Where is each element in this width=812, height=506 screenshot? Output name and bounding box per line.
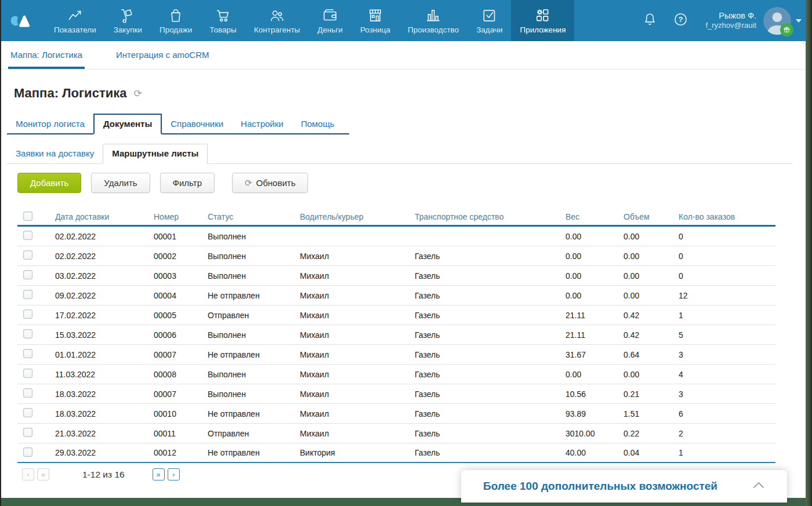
- question-icon: ?: [673, 12, 688, 30]
- cell-orders: 0: [679, 271, 775, 281]
- nav-item-apps[interactable]: Приложения: [511, 0, 574, 41]
- dolly-icon: [119, 8, 136, 24]
- cell-driver: Михаил: [300, 271, 415, 281]
- page-prev-button[interactable]: ‹: [22, 468, 34, 480]
- app-tab-mappa-logistics[interactable]: Маппа: Логистика: [8, 41, 85, 69]
- refresh-button[interactable]: ⟳ Обновить: [232, 173, 309, 193]
- nav-item-purchases[interactable]: Закупки: [105, 0, 151, 41]
- cell-number: 00003: [154, 271, 208, 281]
- row-checkbox[interactable]: [23, 447, 32, 457]
- nav-item-tasks[interactable]: Задачи: [467, 0, 511, 41]
- row-checkbox[interactable]: [23, 329, 32, 338]
- header-right-cluster: ? Рыжов Ф. f_ryzhov@rauit: [635, 0, 802, 41]
- row-checkbox[interactable]: [23, 428, 32, 437]
- nav-item-money[interactable]: Деньги: [309, 0, 351, 41]
- column-header-status[interactable]: Статус: [208, 212, 300, 221]
- moysklad-logo-icon: [9, 10, 36, 31]
- tab-documents[interactable]: Документы: [93, 114, 162, 134]
- bell-icon: [642, 12, 658, 30]
- chevron-down-icon[interactable]: [796, 19, 802, 23]
- page-last-button[interactable]: »: [153, 468, 165, 480]
- row-checkbox[interactable]: [23, 270, 32, 279]
- cell-vehicle: Газель: [415, 350, 566, 359]
- cell-date: 02.02.2022: [55, 252, 154, 261]
- app-tab-amocrm[interactable]: Интеграция с amoCRM: [114, 41, 212, 69]
- refresh-icon[interactable]: ⟳: [133, 88, 142, 100]
- table-row[interactable]: 29.03.202200012Не отправленВикторияГазел…: [17, 443, 775, 463]
- nav-item-indicators[interactable]: Показатели: [45, 0, 105, 41]
- svg-text:?: ?: [679, 15, 683, 24]
- page-first-button[interactable]: «: [37, 468, 49, 480]
- cell-vehicle: Газель: [415, 252, 566, 261]
- row-checkbox[interactable]: [23, 388, 32, 398]
- column-header-driver[interactable]: Водитель/курьер: [300, 212, 415, 221]
- table-row[interactable]: 11.03.202200008ВыполненМихаилГазель0.000…: [17, 365, 775, 384]
- cell-number: 00007: [154, 350, 208, 359]
- nav-item-counterparties[interactable]: Контрагенты: [245, 0, 309, 41]
- tab-logist-monitor[interactable]: Монитор логиста: [7, 115, 93, 133]
- table-row[interactable]: 01.01.202200007Не отправленМихаилГазель3…: [17, 345, 775, 365]
- cell-status: Выполнен: [208, 232, 300, 241]
- row-checkbox-cell: [17, 290, 55, 301]
- notifications-button[interactable]: [635, 12, 665, 30]
- nav-item-retail[interactable]: Розница: [351, 0, 399, 41]
- tab-directories[interactable]: Справочники: [162, 115, 232, 133]
- nav-item-goods[interactable]: Товары: [201, 0, 245, 41]
- cell-volume: 0.00: [624, 232, 679, 241]
- table-row[interactable]: 17.02.202200005ОтправленМихаилГазель21.1…: [17, 305, 775, 325]
- tab-delivery-requests[interactable]: Заявки на доставку: [7, 144, 103, 163]
- tabs-level-1: Монитор логиста Документы Справочники На…: [7, 114, 349, 134]
- nav-item-sales[interactable]: Продажи: [151, 0, 201, 41]
- tab-settings[interactable]: Настройки: [232, 115, 292, 133]
- row-checkbox[interactable]: [23, 290, 32, 299]
- row-checkbox[interactable]: [23, 408, 32, 417]
- cell-vehicle: Газель: [415, 330, 566, 340]
- column-header-orders[interactable]: Кол-во заказов: [679, 212, 775, 221]
- row-checkbox[interactable]: [23, 369, 32, 378]
- select-all-checkbox[interactable]: [23, 212, 32, 221]
- cell-status: Не отправлен: [208, 291, 300, 300]
- app-logo[interactable]: [0, 0, 45, 41]
- column-header-number[interactable]: Номер: [154, 212, 208, 221]
- nav-label: Продажи: [160, 26, 192, 34]
- filter-button[interactable]: Фильтр: [160, 173, 215, 193]
- table-row[interactable]: 18.03.202200010Не отправленМихаилГазель9…: [17, 404, 775, 424]
- table-row[interactable]: 21.03.202200011ОтправленМихаилГазель3010…: [17, 424, 775, 443]
- row-checkbox[interactable]: [23, 250, 32, 260]
- user-menu[interactable]: Рыжов Ф. f_ryzhov@rauit: [705, 10, 756, 30]
- cell-driver: Михаил: [300, 330, 415, 340]
- cell-number: 00008: [154, 370, 208, 379]
- people-icon: [269, 8, 285, 24]
- page-next-button[interactable]: ›: [168, 468, 180, 480]
- nav-item-production[interactable]: Производство: [399, 0, 467, 41]
- help-button[interactable]: ?: [665, 12, 696, 30]
- cell-date: 01.01.2022: [55, 350, 154, 359]
- tab-help[interactable]: Помощь: [292, 115, 343, 133]
- column-header-vehicle[interactable]: Транспортное средство: [415, 212, 566, 221]
- top-navigation: Показатели Закупки Продажи Товары: [0, 0, 812, 41]
- user-avatar[interactable]: [763, 7, 791, 35]
- add-button[interactable]: Добавить: [17, 173, 81, 193]
- row-checkbox-cell: [17, 270, 55, 281]
- tab-route-sheets[interactable]: Маршрутные листы: [103, 144, 208, 164]
- cell-number: 00006: [154, 330, 208, 340]
- row-checkbox[interactable]: [23, 231, 32, 240]
- table-row[interactable]: 18.03.202200007ВыполненМихаилГазель10.56…: [17, 384, 775, 404]
- table-row[interactable]: 02.02.202200002ВыполненМихаилГазель0.000…: [17, 246, 775, 266]
- table-row[interactable]: 09.02.202200004Не отправленМихаилГазель0…: [17, 286, 775, 305]
- row-checkbox[interactable]: [23, 349, 32, 358]
- delete-button[interactable]: Удалить: [91, 173, 150, 193]
- cell-vehicle: Газель: [415, 271, 566, 281]
- table-row[interactable]: 15.03.202200006ВыполненМихаилГазель21.11…: [17, 325, 775, 345]
- cell-orders: 0: [679, 252, 775, 261]
- table-row[interactable]: 03.02.202200003ВыполненМихаилГазель0.000…: [17, 266, 775, 286]
- chevron-up-icon[interactable]: [752, 481, 765, 492]
- table-row[interactable]: 02.02.202200001Выполнен0.000.000: [17, 227, 775, 246]
- toolbar: Добавить Удалить Фильтр ⟳ Обновить: [17, 173, 812, 193]
- cell-driver: Михаил: [300, 311, 415, 320]
- column-header-volume[interactable]: Объем: [624, 212, 679, 221]
- row-checkbox[interactable]: [23, 310, 32, 319]
- column-header-date[interactable]: Дата доставки: [55, 212, 154, 221]
- column-header-weight[interactable]: Вес: [566, 212, 624, 221]
- features-banner[interactable]: Более 100 дополнительных возможностей: [461, 470, 787, 503]
